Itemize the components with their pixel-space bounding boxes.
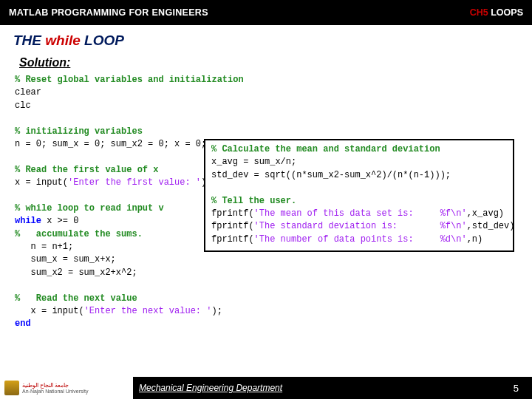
section-prefix: THE bbox=[13, 33, 45, 48]
code-line: % Calculate the mean and standard deviat… bbox=[211, 143, 507, 156]
code-line: sum_x2 = sum_x2+x^2; bbox=[15, 267, 532, 279]
header-bar: MATLAB PROGRAMMING FOR ENGINEERS CH5 LOO… bbox=[0, 0, 532, 25]
uni-name-en: An-Najah National University bbox=[22, 389, 88, 394]
code-line: sum_x = sum_x+x; bbox=[15, 253, 532, 266]
footer-bar: جامعة النجاح الوطنية An-Najah National U… bbox=[0, 377, 532, 399]
code-line: std_dev = sqrt((n*sum_x2-sum_x^2)/(n*(n-… bbox=[211, 169, 507, 182]
logo-badge-icon bbox=[4, 381, 19, 395]
code-blank bbox=[211, 182, 507, 194]
code-line: clear bbox=[15, 86, 532, 99]
section-suffix: LOOP bbox=[81, 33, 124, 48]
header-title: MATLAB PROGRAMMING FOR ENGINEERS bbox=[9, 7, 208, 18]
code-blank bbox=[15, 279, 532, 292]
chapter-prefix: CH5 bbox=[470, 7, 488, 18]
code-line: x_avg = sum_x/n; bbox=[211, 156, 507, 168]
header-chapter: CH5 LOOPS bbox=[470, 7, 523, 18]
code-line: fprintf('The mean of this data set is: %… bbox=[211, 208, 507, 220]
code-line: end bbox=[15, 318, 532, 330]
code-line: clc bbox=[15, 100, 532, 112]
chapter-rest: LOOPS bbox=[488, 7, 523, 18]
code-line: fprintf('The number of data points is: %… bbox=[211, 233, 507, 246]
department-label: Mechanical Engineering Department bbox=[139, 383, 282, 393]
code-line: % Reset global variables and initializat… bbox=[15, 74, 532, 86]
code-block-inset: % Calculate the mean and standard deviat… bbox=[204, 139, 514, 252]
section-title: THE while LOOP bbox=[0, 25, 532, 53]
university-logo: جامعة النجاح الوطنية An-Najah National U… bbox=[0, 377, 133, 399]
code-block-main: % Reset global variables and initializat… bbox=[0, 72, 532, 331]
code-blank bbox=[15, 112, 532, 125]
uni-name-ar: جامعة النجاح الوطنية bbox=[22, 383, 88, 389]
page-number: 5 bbox=[514, 383, 519, 394]
logo-text: جامعة النجاح الوطنية An-Najah National U… bbox=[22, 383, 88, 394]
code-line: fprintf('The standard deviation is: %f\n… bbox=[211, 220, 507, 233]
section-while: while bbox=[45, 33, 81, 48]
code-line: % initializing variables bbox=[15, 126, 532, 138]
solution-label: Solution: bbox=[0, 53, 532, 72]
code-line: % Tell the user. bbox=[211, 195, 507, 208]
code-line: x = input('Enter the next value: '); bbox=[15, 305, 532, 318]
code-line: % Read the next value bbox=[15, 293, 532, 305]
